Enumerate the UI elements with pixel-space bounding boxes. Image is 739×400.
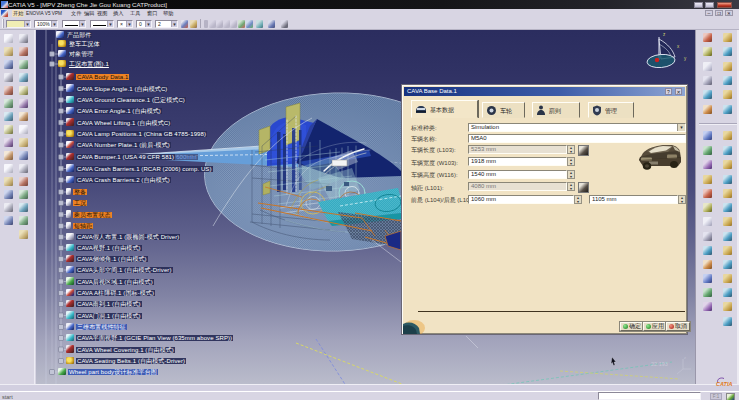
- svg-text:CATIA: CATIA: [716, 381, 732, 387]
